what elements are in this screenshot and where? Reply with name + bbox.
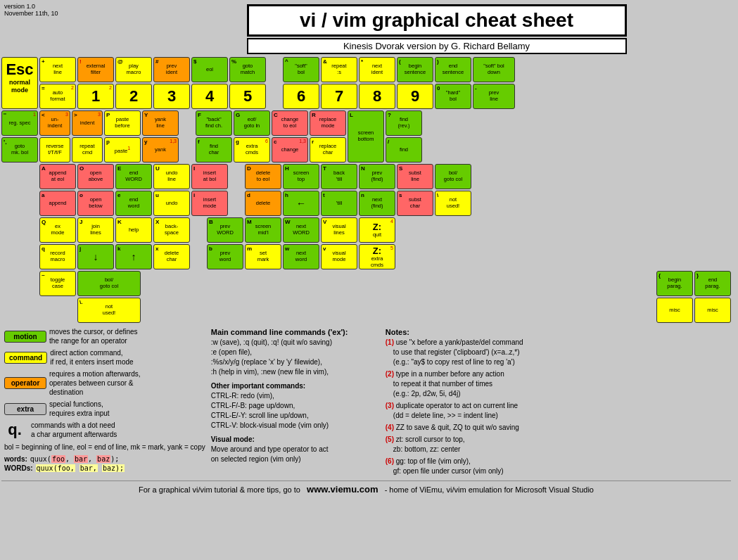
key-bol-gotocol[interactable]: bol/goto col bbox=[77, 271, 141, 296]
key-W[interactable]: W nextWORD bbox=[283, 217, 319, 243]
key-b[interactable]: b prevword bbox=[207, 244, 243, 269]
key-x[interactable]: x deletechar bbox=[153, 244, 190, 269]
key-rparen-top[interactable]: ) endsentence bbox=[435, 57, 471, 82]
key-d[interactable]: d delete bbox=[245, 191, 281, 216]
key-r[interactable]: r replacechar bbox=[310, 137, 346, 163]
key-at[interactable]: @ playmacro bbox=[115, 57, 152, 82]
key-n[interactable]: n next(find) bbox=[359, 191, 395, 216]
key-tilde[interactable]: ~ togglecase bbox=[39, 271, 76, 296]
key-X[interactable]: X back-space bbox=[153, 217, 190, 243]
key-8[interactable]: 8 bbox=[359, 84, 395, 109]
key-P[interactable]: P pastebefore bbox=[104, 110, 141, 136]
key-g[interactable]: g extracmds 6 bbox=[234, 137, 270, 163]
key-lparen[interactable]: ( beginsentence bbox=[397, 57, 433, 82]
key-lcurly[interactable]: { beginparag. bbox=[656, 271, 693, 296]
key-dot-misc2[interactable]: misc bbox=[694, 298, 731, 323]
key-Z-extra[interactable]: Z: extracmds 5 bbox=[359, 244, 395, 269]
key-1[interactable]: 1 2 bbox=[77, 84, 114, 109]
key-softbol-down[interactable]: "soft" boldown bbox=[473, 57, 515, 82]
key-J[interactable]: J joinlines bbox=[77, 217, 114, 243]
key-a[interactable]: a append bbox=[39, 191, 76, 216]
key-exclaim[interactable]: ! externalfilter bbox=[77, 57, 114, 82]
key-O[interactable]: O openabove bbox=[77, 164, 114, 189]
key-Y[interactable]: Y yankline bbox=[142, 110, 179, 136]
key-N[interactable]: N prev(find) bbox=[359, 164, 395, 189]
key-caret[interactable]: ^ "soft"bol bbox=[283, 57, 319, 82]
key-A[interactable]: A appendat eol bbox=[39, 164, 76, 189]
key-dollar[interactable]: $ eol bbox=[191, 57, 228, 82]
key-R[interactable]: R replacemode bbox=[310, 110, 346, 136]
key-F[interactable]: F "back"find ch. bbox=[196, 110, 232, 136]
key-e[interactable]: e endword bbox=[115, 191, 152, 216]
key-B[interactable]: B prevWORD bbox=[207, 217, 243, 243]
key-dquote[interactable]: '' reg. spec 1 bbox=[1, 110, 38, 136]
key-equals[interactable]: = autoformat 2 bbox=[39, 84, 76, 109]
key-D[interactable]: D deleteto eol bbox=[245, 164, 281, 189]
key-I[interactable]: I insertat bol bbox=[191, 164, 228, 189]
cheatsheet-container: version 1.0 November 11th, 10 vi / vim g… bbox=[0, 0, 732, 499]
key-c[interactable]: c change 1,3 bbox=[272, 137, 308, 163]
footer-url[interactable]: www.viemu.com bbox=[307, 484, 378, 495]
key-dot-misc1[interactable]: misc bbox=[656, 298, 693, 323]
key-C[interactable]: C changeto eol bbox=[272, 110, 308, 136]
main-commands-column: Main command line commands ('ex'): :w (s… bbox=[211, 327, 380, 464]
key-u[interactable]: u undo bbox=[153, 191, 190, 216]
key-K[interactable]: K help bbox=[115, 217, 152, 243]
key-minus[interactable]: - prevline bbox=[473, 84, 515, 109]
cmd-line-1: :w (save), :q (quit), :q! (quit w/o savi… bbox=[211, 338, 380, 348]
key-asterisk[interactable]: * nextident bbox=[359, 57, 395, 82]
key-4[interactable]: 4 bbox=[191, 84, 228, 109]
key-slash[interactable]: / find bbox=[386, 137, 422, 163]
key-esc[interactable]: Esc normalmode bbox=[1, 57, 38, 109]
key-s[interactable]: s substchar bbox=[397, 191, 433, 216]
row-1: Esc normalmode + nextline = autoformat 2… bbox=[1, 57, 731, 109]
key-w[interactable]: w nextword bbox=[283, 244, 319, 269]
key-f[interactable]: f findchar bbox=[196, 137, 232, 163]
key-9[interactable]: 9 bbox=[397, 84, 433, 109]
key-dot-goto[interactable]: '. gotomk. bol bbox=[1, 137, 38, 163]
key-0[interactable]: 0 "hard"bol bbox=[435, 84, 471, 109]
key-q[interactable]: q recordmacro bbox=[39, 244, 76, 269]
key-E[interactable]: E endWORD bbox=[115, 164, 152, 189]
key-t[interactable]: t 'till bbox=[321, 191, 357, 216]
key-T[interactable]: T back'till bbox=[321, 164, 357, 189]
key-k[interactable]: k ↑ bbox=[115, 244, 152, 269]
key-v[interactable]: v visualmode bbox=[321, 244, 357, 269]
key-2[interactable]: 2 bbox=[115, 84, 152, 109]
key-y[interactable]: y yank 1,3 bbox=[142, 137, 179, 163]
key-backslash[interactable]: \ notused! bbox=[435, 191, 471, 216]
key-i[interactable]: i insertmode bbox=[191, 191, 228, 216]
key-S[interactable]: S substline bbox=[397, 164, 433, 189]
key-gt[interactable]: > indent 3 bbox=[72, 110, 103, 136]
key-ampersand[interactable]: & repeat:s bbox=[321, 57, 357, 82]
key-question[interactable]: ? find(rev.) bbox=[386, 110, 422, 136]
key-reverse[interactable]: reverset/T/f/F bbox=[39, 137, 70, 163]
key-repeat-cmd[interactable]: repeatcmd bbox=[72, 137, 103, 163]
key-Z-quit[interactable]: Z: quit 4 bbox=[359, 217, 395, 243]
key-Q[interactable]: Q exmode bbox=[39, 217, 76, 243]
key-lt[interactable]: < un-indent 3 bbox=[39, 110, 70, 136]
key-percent[interactable]: % gotomatch bbox=[229, 57, 266, 82]
key-rcurly[interactable]: } endparag. bbox=[694, 271, 731, 296]
key-6[interactable]: 6 bbox=[283, 84, 319, 109]
key-plus[interactable]: + nextline bbox=[39, 57, 76, 82]
visual-mode-title: Visual mode: bbox=[211, 435, 380, 445]
key-3[interactable]: 3 bbox=[153, 84, 190, 109]
key-o[interactable]: o openbelow bbox=[77, 191, 114, 216]
key-hash[interactable]: # prevident bbox=[153, 57, 190, 82]
cmd-line-2: :e (open file), bbox=[211, 348, 380, 357]
key-5[interactable]: 5 bbox=[229, 84, 266, 109]
key-bol-goto-col-top[interactable]: bol/goto col bbox=[435, 164, 471, 189]
key-U[interactable]: U undoline bbox=[153, 164, 190, 189]
key-G[interactable]: G eof/goto ln bbox=[234, 110, 270, 136]
key-p[interactable]: p paste1 bbox=[104, 137, 141, 163]
key-j[interactable]: j ↓ bbox=[77, 244, 114, 269]
key-h[interactable]: h ← bbox=[283, 191, 319, 216]
key-m[interactable]: m setmark bbox=[245, 244, 281, 269]
key-L[interactable]: L screenbottom bbox=[348, 110, 384, 163]
key-H[interactable]: H screentop bbox=[283, 164, 319, 189]
key-7[interactable]: 7 bbox=[321, 84, 357, 109]
key-V[interactable]: V visuallines bbox=[321, 217, 357, 243]
key-M[interactable]: M screenmid'l bbox=[245, 217, 281, 243]
key-backslash-dot[interactable]: \. notused! bbox=[77, 298, 141, 323]
